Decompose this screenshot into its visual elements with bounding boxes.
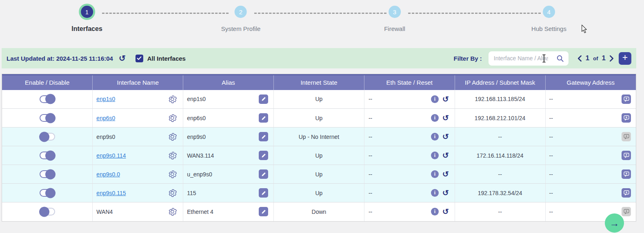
edit-alias-button[interactable] [259,169,268,179]
edit-alias-button[interactable] [259,113,268,123]
internet-state-text: Up [315,152,323,159]
step-number: 4 [543,6,555,18]
enable-toggle[interactable] [40,114,55,122]
alias-cell: enp6s0 [183,109,274,127]
enable-toggle[interactable] [40,189,55,197]
toolbar-right: Filter By : 1 of 1 [454,51,631,66]
interface-name-link[interactable]: enp9s0.115 [96,190,126,196]
settings-gear-icon[interactable] [168,95,177,103]
info-icon[interactable]: i [431,114,439,122]
interface-name-cell: enp9s0.114 [93,146,183,165]
interface-name-link[interactable]: enp6s0 [96,115,115,121]
reset-icon[interactable]: ↺ [442,95,449,103]
step-label: System Profile [221,25,261,32]
enable-toggle[interactable] [40,208,55,215]
gateway-edit-button[interactable] [622,151,631,160]
edit-alias-button[interactable] [259,95,268,104]
settings-gear-icon[interactable] [168,207,177,216]
toggle-knob [45,169,56,179]
settings-gear-icon[interactable] [168,151,177,160]
gateway-edit-button[interactable] [622,207,631,216]
reset-icon[interactable]: ↺ [442,189,449,197]
enable-toggle[interactable] [40,152,55,159]
eth-state-cell: -- i ↺ [364,165,455,184]
internet-state-cell: Up - No Internet [274,127,364,146]
internet-state-cell: Up [274,109,364,127]
toggle-knob [45,150,56,160]
info-icon[interactable]: i [431,170,439,178]
page-next-icon[interactable] [609,55,614,62]
filter-input[interactable] [489,51,550,66]
step-label: Interfaces [71,25,102,33]
step-system-profile[interactable]: 2 System Profile [221,6,261,32]
settings-gear-icon[interactable] [168,114,177,122]
edit-alias-button[interactable] [259,207,268,216]
page-total: 1 [602,54,606,62]
gateway-edit-button[interactable] [622,113,631,123]
add-interface-button[interactable]: + [619,52,631,65]
interface-name-link[interactable]: enp1s0 [96,96,115,102]
step-firewall[interactable]: 3 Firewall [384,6,405,32]
settings-gear-icon[interactable] [168,132,177,141]
info-icon[interactable]: i [431,189,439,197]
step-interfaces[interactable]: 1 Interfaces [71,6,102,33]
pencil-icon [261,209,266,214]
gateway-edit-button[interactable] [622,132,631,141]
table-header-row: Enable / Disable Interface Name Alias In… [2,75,636,90]
all-interfaces-label: All Interfaces [147,55,186,62]
step-label: Firewall [384,25,405,32]
edit-alias-button[interactable] [259,188,268,198]
eth-state-value: -- [369,115,372,121]
alias-text: u_enp9s0 [187,171,212,178]
internet-state-text: Up - No Internet [299,134,340,140]
next-button[interactable]: → [605,213,624,233]
reset-icon[interactable]: ↺ [442,133,449,141]
step-hub-settings[interactable]: 4 Hub Settings [531,6,566,32]
all-interfaces-checkbox[interactable] [135,55,143,62]
enable-disable-cell [2,165,93,184]
gateway-cell: -- [545,184,636,202]
search-icon[interactable] [556,55,564,64]
interface-name-cell: enp1s0 [93,90,183,109]
interface-name-cell: enp6s0 [93,109,183,127]
internet-state-cell: Up [274,165,364,184]
reset-icon[interactable]: ↺ [442,114,449,122]
gateway-edit-button[interactable] [622,95,631,104]
gateway-edit-button[interactable] [622,169,631,179]
info-icon[interactable]: i [431,208,439,215]
edit-alias-button[interactable] [259,151,268,160]
eth-state-value: -- [369,190,372,196]
info-icon[interactable]: i [431,133,439,141]
interface-name-link[interactable]: WAN4 [96,209,113,215]
edit-alias-button[interactable] [259,132,268,141]
pencil-icon [261,134,266,139]
enable-toggle[interactable] [40,170,55,178]
internet-state-cell: Up [274,90,364,109]
gateway-value: -- [549,209,553,215]
gateway-value: -- [549,171,553,178]
reset-icon[interactable]: ↺ [442,152,449,159]
refresh-icon[interactable]: ↺ [119,54,126,62]
wizard-stepper: 1 Interfaces 2 System Profile 3 Firewall… [0,0,644,44]
settings-gear-icon[interactable] [168,170,177,178]
enable-disable-cell [2,202,93,221]
interface-name-link[interactable]: enp9s0 [96,134,115,140]
eth-state-cell: -- i ↺ [364,146,455,165]
reset-icon[interactable]: ↺ [442,170,449,178]
page-prev-icon[interactable] [577,55,582,62]
alias-text: 115 [187,190,196,196]
info-icon[interactable]: i [431,95,439,103]
info-icon[interactable]: i [431,152,439,159]
pencil-icon [261,153,266,158]
checkmark-icon [137,56,142,60]
pencil-icon [261,172,266,177]
gateway-edit-button[interactable] [622,188,631,198]
eth-state-cell: -- i ↺ [364,127,455,146]
enable-toggle[interactable] [40,95,55,103]
settings-gear-icon[interactable] [168,189,177,197]
column-header-gateway: Gateway Address [545,75,636,90]
interface-name-link[interactable]: enp9s0.114 [96,152,126,159]
enable-toggle[interactable] [40,133,55,141]
reset-icon[interactable]: ↺ [442,208,449,215]
interface-name-link[interactable]: enp9s0.0 [96,171,120,178]
